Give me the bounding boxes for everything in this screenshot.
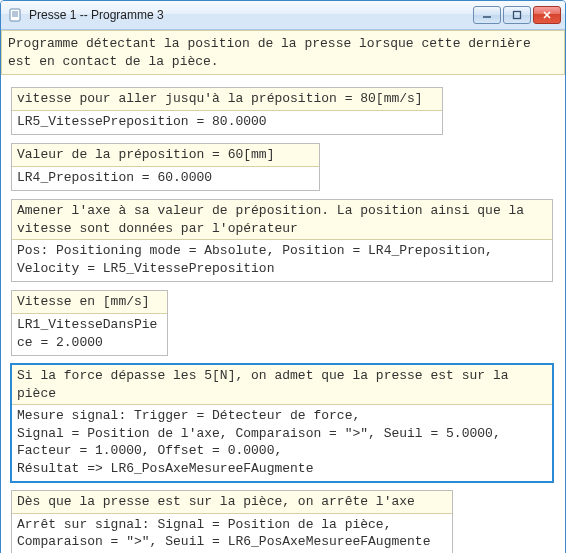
program-window: Presse 1 -- Programme 3 Programme détect… <box>0 0 566 553</box>
program-step[interactable]: Dès que la presse est sur la pièce, on a… <box>11 490 453 553</box>
close-button[interactable] <box>533 6 561 24</box>
step-comment: Vitesse en [mm/s] <box>12 291 167 314</box>
step-comment: vitesse pour aller jusqu'à la prépositio… <box>12 88 442 111</box>
program-description: Programme détectant la position de la pr… <box>1 30 565 75</box>
app-icon <box>7 7 23 23</box>
step-comment: Si la force dépasse les 5[N], on admet q… <box>12 365 552 405</box>
step-code: Pos: Positioning mode = Absolute, Positi… <box>12 240 552 281</box>
window-title: Presse 1 -- Programme 3 <box>29 8 471 22</box>
window-controls <box>471 6 561 24</box>
program-step[interactable]: vitesse pour aller jusqu'à la prépositio… <box>11 87 443 135</box>
svg-rect-0 <box>10 9 20 21</box>
step-comment: Amener l'axe à sa valeur de préposition.… <box>12 200 552 240</box>
program-step[interactable]: Amener l'axe à sa valeur de préposition.… <box>11 199 553 282</box>
step-code: LR1_VitesseDansPiece = 2.0000 <box>12 314 167 355</box>
program-step[interactable]: Valeur de la préposition = 60[mm] LR4_Pr… <box>11 143 320 191</box>
titlebar[interactable]: Presse 1 -- Programme 3 <box>1 1 565 30</box>
program-step-selected[interactable]: Si la force dépasse les 5[N], on admet q… <box>11 364 553 482</box>
program-body: vitesse pour aller jusqu'à la prépositio… <box>1 75 565 553</box>
step-code: Arrêt sur signal: Signal = Position de l… <box>12 514 452 553</box>
program-step[interactable]: Vitesse en [mm/s] LR1_VitesseDansPiece =… <box>11 290 168 356</box>
client-area: Programme détectant la position de la pr… <box>1 30 565 553</box>
maximize-button[interactable] <box>503 6 531 24</box>
step-comment: Dès que la presse est sur la pièce, on a… <box>12 491 452 514</box>
step-code: LR5_VitessePreposition = 80.0000 <box>12 111 442 135</box>
svg-rect-5 <box>514 12 521 19</box>
step-code: LR4_Preposition = 60.0000 <box>12 167 319 191</box>
step-comment: Valeur de la préposition = 60[mm] <box>12 144 319 167</box>
step-code: Mesure signal: Trigger = Détecteur de fo… <box>12 405 552 481</box>
minimize-button[interactable] <box>473 6 501 24</box>
